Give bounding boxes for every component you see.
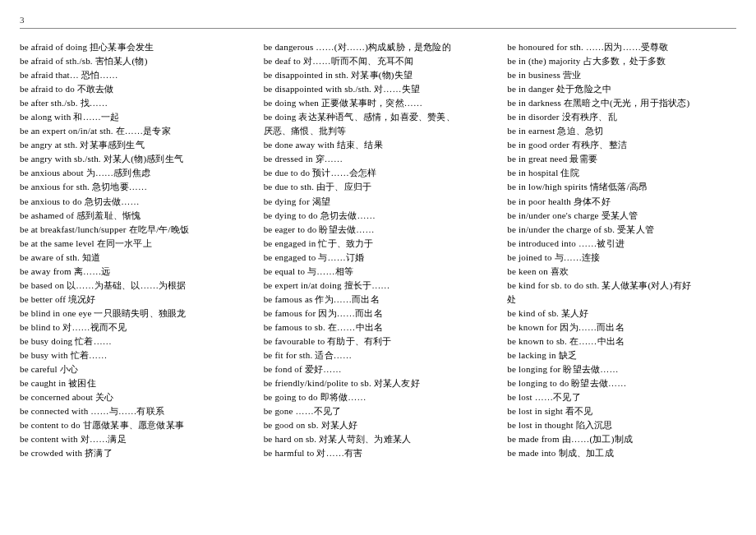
vocab-entry: be ashamed of 感到羞耻、惭愧 xyxy=(20,209,249,223)
vocab-entry: be caught in 被困住 xyxy=(20,376,249,390)
vocab-entry: be longing for 盼望去做…… xyxy=(507,362,736,376)
vocab-entry: 处 xyxy=(507,293,736,307)
vocab-entry: be lost ……不见了 xyxy=(507,390,736,404)
vocab-entry: be anxious to do 急切去做…… xyxy=(20,195,249,209)
vocab-entry: be after sth./sb. 找…… xyxy=(20,96,249,110)
vocab-entry: be careful 小心 xyxy=(20,362,249,376)
vocab-entry: be anxious about 为……感到焦虑 xyxy=(20,166,249,180)
vocab-entry: be anxious for sth. 急切地要…… xyxy=(20,180,249,194)
vocab-entry: 厌恶、痛恨、批判等 xyxy=(264,124,493,138)
vocab-entry: be in (the) majority 占大多数，处于多数 xyxy=(507,54,736,68)
vocab-entry: be in danger 处于危险之中 xyxy=(507,82,736,96)
vocab-entry: be angry at sth. 对某事感到生气 xyxy=(20,138,249,152)
vocab-entry: be afraid of doing 担心某事会发生 xyxy=(20,40,249,54)
vocab-entry: be in disorder 没有秩序、乱 xyxy=(507,110,736,124)
vocab-entry: be gone ……不见了 xyxy=(264,404,493,418)
vocab-entry: be in hospital 住院 xyxy=(507,166,736,180)
vocab-entry: be lost in sight 看不见 xyxy=(507,404,736,418)
vocab-entry: be fit for sth. 适合…… xyxy=(264,348,493,362)
vocab-entry: be good on sb. 对某人好 xyxy=(264,418,493,432)
vocab-entry: be dying to do 急切去做…… xyxy=(264,209,493,223)
vocab-entry: be better off 境况好 xyxy=(20,293,249,307)
vocab-entry: be blind in one eye 一只眼睛失明、独眼龙 xyxy=(20,307,249,321)
vocab-entry: be known for 因为……而出名 xyxy=(507,321,736,334)
vocab-entry: be at breakfast/lunch/supper 在吃早/午/晚饭 xyxy=(20,223,249,237)
vocab-entry: be in/under one's charge 受某人管 xyxy=(507,209,736,223)
vocab-entry: be friendly/kind/polite to sb. 对某人友好 xyxy=(264,376,493,390)
vocab-entry: be away from 离……远 xyxy=(20,265,249,279)
vocab-entry: be engaged to 与……订婚 xyxy=(264,251,493,265)
column-1: be afraid of doing 担心某事会发生be afraid of s… xyxy=(20,40,249,460)
vocab-entry: be in/under the charge of sb. 受某人管 xyxy=(507,223,736,237)
vocab-entry: be engaged in 忙于、致力于 xyxy=(264,237,493,251)
vocab-entry: be based on 以……为基础、以……为根据 xyxy=(20,279,249,293)
vocab-entry: be angry with sb./sth. 对某人(物)感到生气 xyxy=(20,152,249,166)
vocab-entry: be blind to 对……视而不见 xyxy=(20,321,249,334)
vocab-entry: be hard on sb. 对某人苛刻、为难某人 xyxy=(264,432,493,446)
vocab-entry: be made into 制成、加工成 xyxy=(507,446,736,460)
vocab-entry: be made from 由……(加工)制成 xyxy=(507,432,736,446)
vocab-entry: be famous for 因为……而出名 xyxy=(264,307,493,321)
vocab-entry: be crowded with 挤满了 xyxy=(20,446,249,460)
vocab-entry: be disappointed in sth. 对某事(物)失望 xyxy=(264,68,493,82)
vocab-entry: be known to sb. 在……中出名 xyxy=(507,334,736,348)
vocab-entry: be expert in/at doing 擅长于…… xyxy=(264,279,493,293)
vocab-entry: be honoured for sth. ……因为……受尊敬 xyxy=(507,40,736,54)
vocab-entry: be lacking in 缺乏 xyxy=(507,348,736,362)
vocab-entry: be deaf to 对……听而不闻、充耳不闻 xyxy=(264,54,493,68)
vocab-entry: be busy doing 忙着…… xyxy=(20,334,249,348)
page-number: 3 xyxy=(20,15,736,25)
vocab-entry: be joined to 与……连接 xyxy=(507,251,736,265)
vocab-entry: be at the same level 在同一水平上 xyxy=(20,237,249,251)
vocab-entry: be aware of sth. 知道 xyxy=(20,251,249,265)
vocab-entry: be favourable to 有助于、有利于 xyxy=(264,334,493,348)
vocab-entry: be introduced into ……被引进 xyxy=(507,237,736,251)
vocab-entry: be afraid to do 不敢去做 xyxy=(20,82,249,96)
vocab-entry: be afraid of sth./sb. 害怕某人(物) xyxy=(20,54,249,68)
vocab-entry: be in earnest 急迫、急切 xyxy=(507,124,736,138)
vocab-entry: be famous to sb. 在……中出名 xyxy=(264,321,493,334)
vocab-entry: be in poor health 身体不好 xyxy=(507,195,736,209)
vocab-entry: be doing 表达某种语气、感情，如喜爱、赞美、 xyxy=(264,110,493,124)
vocab-entry: be kind for sb. to do sth. 某人做某事(对人)有好 xyxy=(507,279,736,293)
vocab-entry: be dying for 渴望 xyxy=(264,195,493,209)
vocab-entry: be connected with ……与……有联系 xyxy=(20,404,249,418)
vocab-entry: be concerned about 关心 xyxy=(20,390,249,404)
vocab-entry: be in good order 有秩序、整洁 xyxy=(507,138,736,152)
header-divider xyxy=(20,28,736,29)
vocab-entry: be due to do 预计……会怎样 xyxy=(264,166,493,180)
vocab-entry: be content to do 甘愿做某事、愿意做某事 xyxy=(20,418,249,432)
content-columns: be afraid of doing 担心某事会发生be afraid of s… xyxy=(20,40,736,460)
vocab-entry: be afraid that… 恐怕…… xyxy=(20,68,249,82)
column-3: be honoured for sth. ……因为……受尊敬be in (the… xyxy=(507,40,736,460)
vocab-entry: be in business 营业 xyxy=(507,68,736,82)
vocab-entry: be content with 对……满足 xyxy=(20,432,249,446)
vocab-entry: be busy with 忙着…… xyxy=(20,348,249,362)
vocab-entry: be keen on 喜欢 xyxy=(507,265,736,279)
vocab-entry: be equal to 与……相等 xyxy=(264,265,493,279)
vocab-entry: be eager to do 盼望去做…… xyxy=(264,223,493,237)
vocab-entry: be along with 和……一起 xyxy=(20,110,249,124)
vocab-entry: be in low/high spirits 情绪低落/高昂 xyxy=(507,180,736,194)
vocab-entry: be in darkness 在黑暗之中(无光，用于指状态) xyxy=(507,96,736,110)
vocab-entry: be harmful to 对……有害 xyxy=(264,446,493,460)
vocab-entry: be disappointed with sb./sth. 对……失望 xyxy=(264,82,493,96)
vocab-entry: be famous as 作为……而出名 xyxy=(264,293,493,307)
vocab-entry: be kind of sb. 某人好 xyxy=(507,307,736,321)
vocab-entry: be due to sth. 由于、应归于 xyxy=(264,180,493,194)
column-2: be dangerous ……(对……)构成威胁，是危险的be deaf to … xyxy=(264,40,493,460)
vocab-entry: be in great need 最需要 xyxy=(507,152,736,166)
vocab-entry: be fond of 爱好…… xyxy=(264,362,493,376)
vocab-entry: be dangerous ……(对……)构成威胁，是危险的 xyxy=(264,40,493,54)
vocab-entry: be dressed in 穿…… xyxy=(264,152,493,166)
vocab-entry: be an expert on/in/at sth. 在……是专家 xyxy=(20,124,249,138)
vocab-entry: be lost in thought 陷入沉思 xyxy=(507,418,736,432)
vocab-entry: be doing when 正要做某事时，突然…… xyxy=(264,96,493,110)
vocab-entry: be done away with 结束、结果 xyxy=(264,138,493,152)
vocab-entry: be longing to do 盼望去做…… xyxy=(507,376,736,390)
vocab-entry: be going to do 即将做…… xyxy=(264,390,493,404)
